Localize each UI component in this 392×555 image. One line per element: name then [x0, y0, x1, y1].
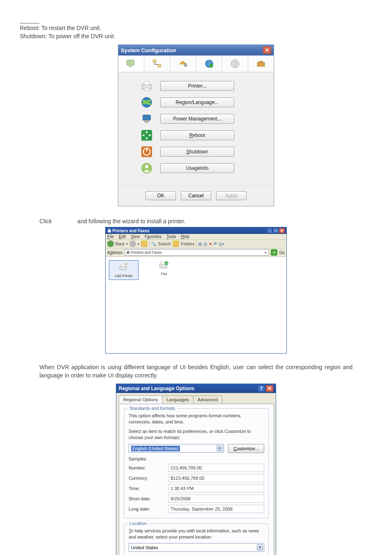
svg-rect-13 — [144, 88, 149, 91]
location-group: Location To help services provide you wi… — [124, 523, 269, 555]
folders-label: Folders — [181, 242, 194, 246]
tab-regional-options[interactable]: Regional Options — [119, 395, 162, 404]
fax-item[interactable]: Fax — [149, 260, 179, 276]
sysconf-button-bar: OK Cancel Apply — [118, 186, 274, 206]
add-printer-item[interactable]: Add Printer — [109, 260, 138, 280]
samples-label: Samples — [129, 456, 264, 461]
location-select[interactable]: United States ▼ — [129, 543, 264, 552]
tab-cd-icon[interactable] — [222, 56, 248, 72]
svg-rect-3 — [158, 65, 161, 67]
close-icon[interactable]: ✕ — [279, 228, 285, 233]
back-icon[interactable] — [107, 240, 114, 247]
svg-point-8 — [234, 63, 236, 65]
standards-desc1: This option affects how some programs fo… — [129, 413, 264, 425]
help-icon[interactable]: ? — [258, 385, 265, 392]
add-printer-label: Add Printer — [114, 274, 133, 278]
value-shortdate: 9/25/2008 — [168, 495, 264, 503]
up-icon[interactable] — [141, 240, 148, 247]
search-label: Search — [158, 242, 171, 246]
tab-advanced[interactable]: Advanced — [193, 395, 222, 404]
reboot-icon — [141, 129, 153, 141]
system-configuration-dialog: System Configuration ✕ Printer... — [118, 44, 274, 206]
tab-network-icon[interactable] — [144, 56, 170, 72]
folders-icon[interactable] — [173, 240, 179, 247]
region-language-button[interactable]: Region/Language... — [160, 97, 234, 107]
svg-rect-29 — [121, 264, 125, 266]
apply-button[interactable]: Apply — [216, 191, 247, 200]
customize-button[interactable]: Customize... — [228, 444, 264, 453]
toolbar: Back ▾ ▾ 🔍 Search Folders ▦ ▤ ✕ ↶ ▥▾ — [106, 240, 286, 248]
tab-display-icon[interactable] — [118, 56, 144, 72]
sysconf-title-text: System Configuration — [121, 47, 176, 53]
cancel-button[interactable]: Cancel — [181, 191, 211, 200]
value-currency: $123,456,789.00 — [168, 474, 264, 482]
svg-rect-28 — [120, 266, 126, 270]
printers-and-faxes-window: 🖶 Printers and Faxes _ □ ✕ File Edit Vie… — [105, 227, 287, 354]
value-number: 123,456,789.00 — [168, 464, 264, 472]
menu-view[interactable]: View — [131, 234, 140, 239]
forward-icon[interactable] — [129, 240, 136, 247]
location-legend: Location — [128, 521, 148, 526]
delete-icon[interactable]: ✕ — [209, 242, 212, 246]
location-desc: To help services provide you with local … — [129, 528, 264, 540]
undo-icon[interactable]: ↶ — [214, 242, 217, 246]
shutdown-icon — [141, 146, 153, 158]
svg-point-6 — [209, 64, 213, 68]
tab-languages[interactable]: Languages — [162, 395, 193, 404]
view-list-icon[interactable]: ▤ — [203, 242, 207, 246]
language-paragraph: When DVR application is using different … — [39, 363, 353, 379]
explorer-titlebar: 🖶 Printers and Faxes _ □ ✕ — [106, 227, 286, 234]
back-label: Back — [115, 242, 125, 246]
menu-file[interactable]: File — [107, 234, 114, 239]
svg-rect-31 — [161, 262, 166, 264]
svg-rect-10 — [259, 61, 263, 62]
chevron-down-icon: ▼ — [257, 544, 263, 550]
regional-options-dialog: Regional and Language Options ? ✕ Region… — [116, 384, 276, 555]
sysconf-titlebar: System Configuration ✕ — [118, 45, 274, 56]
svg-rect-12 — [144, 82, 149, 85]
go-icon[interactable]: ➔ — [271, 249, 277, 256]
view-thumb-icon[interactable]: ▦ — [198, 242, 202, 246]
window-buttons: _ □ ✕ — [267, 228, 285, 233]
menu-help[interactable]: Help — [181, 234, 189, 239]
click-left: Click — [39, 218, 52, 224]
svg-rect-16 — [143, 115, 151, 120]
label-number: Number: — [129, 465, 164, 470]
maximize-icon[interactable]: □ — [273, 228, 279, 233]
fax-icon — [159, 260, 169, 271]
close-icon[interactable]: ✕ — [266, 385, 273, 392]
locale-value: English (United States) — [131, 446, 180, 451]
menu-edit[interactable]: Edit — [119, 234, 126, 239]
minimize-icon[interactable]: _ — [267, 228, 272, 233]
row-printer: Printer... — [141, 80, 266, 92]
row-usage: UsageInfo — [141, 162, 266, 174]
label-shortdate: Short date: — [129, 496, 164, 501]
regional-body: Standards and formats This option affect… — [119, 404, 274, 555]
row-region: Region/Language... — [141, 96, 266, 109]
row-reboot: Reboot — [141, 129, 266, 141]
usageinfo-button[interactable]: UsageInfo — [160, 163, 234, 173]
ok-button[interactable]: OK — [145, 191, 176, 200]
fax-label: Fax — [161, 272, 167, 276]
printer-button[interactable]: Printer... — [160, 81, 234, 91]
label-longdate: Long date: — [129, 506, 164, 511]
menu-tools[interactable]: Tools — [166, 234, 176, 239]
tab-globe-icon[interactable] — [196, 56, 222, 72]
svg-rect-25 — [146, 148, 148, 151]
locale-select[interactable]: English (United States) ▼ — [129, 444, 224, 453]
tab-tools-icon[interactable] — [248, 56, 274, 72]
address-input[interactable]: 🖶 Printers and Faxes ▼ — [125, 249, 269, 256]
divider-short — [20, 23, 39, 23]
power-management-button[interactable]: Power Management... — [160, 114, 234, 124]
address-icon: 🖶 — [126, 250, 130, 254]
close-icon[interactable]: ✕ — [263, 46, 271, 54]
menu-favorites[interactable]: Favorites — [145, 234, 161, 239]
go-label: Go — [279, 250, 285, 255]
chevron-down-icon: ▼ — [217, 445, 223, 451]
shutdown-button[interactable]: Shutdown — [160, 147, 234, 157]
reboot-button[interactable]: Reboot — [160, 130, 234, 140]
tab-hardware-icon[interactable] — [170, 56, 196, 72]
views-icon[interactable]: ▥▾ — [219, 242, 224, 246]
search-icon[interactable]: 🔍 — [151, 242, 156, 246]
power-management-icon — [141, 113, 153, 125]
